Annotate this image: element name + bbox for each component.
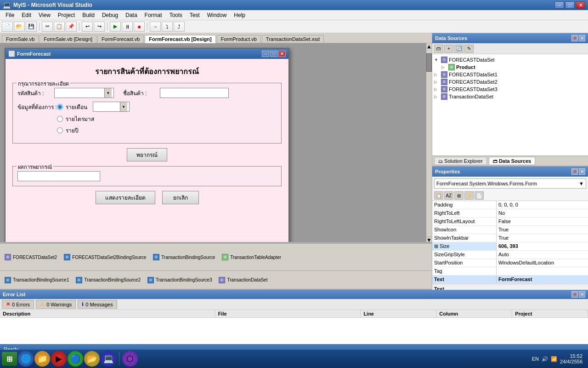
tb-copy[interactable]: 📋 bbox=[54, 22, 65, 32]
tb-stop[interactable]: ■ bbox=[134, 22, 145, 32]
tree-transactiondataset[interactable]: ▷ ⊞ TransactionDataSet bbox=[434, 93, 586, 100]
prop-value-size[interactable]: 606, 393 bbox=[497, 242, 588, 250]
error-close-btn[interactable]: ✕ bbox=[579, 291, 585, 298]
data-combo-arrow[interactable]: ▼ bbox=[120, 102, 127, 111]
ds-btn3[interactable]: 🔄 bbox=[454, 45, 464, 53]
tb-run[interactable]: ▶ bbox=[110, 22, 121, 32]
tab-dataset[interactable]: TransactionDataSet.xsd bbox=[262, 35, 324, 43]
tb-debug2[interactable]: ⤵ bbox=[162, 22, 173, 32]
vb-close-btn[interactable]: ✕ bbox=[278, 51, 286, 57]
menu-format[interactable]: Format bbox=[141, 11, 166, 19]
prop-value-sizegripstyle[interactable]: Auto bbox=[497, 251, 588, 259]
menu-edit[interactable]: Edit bbox=[18, 11, 35, 19]
tray-forecastdataset2binding[interactable]: ⊞ FORECASTDataSet2BindingSource bbox=[64, 254, 146, 260]
prop-grid-btn[interactable]: ⊞ bbox=[454, 191, 464, 200]
prop-value-righttoleftlayout[interactable]: False bbox=[497, 218, 588, 225]
vb-maximize-btn[interactable]: □ bbox=[270, 51, 277, 57]
tray-transactionbinding[interactable]: ⊞ TransactionBindingSource bbox=[153, 254, 215, 260]
result-textbox[interactable] bbox=[17, 171, 100, 181]
prop-cat-btn[interactable]: 📋 bbox=[434, 191, 443, 200]
panel-close-btn[interactable]: ✕ bbox=[579, 35, 585, 41]
taskbar-app[interactable]: 💻 bbox=[101, 351, 116, 367]
close-btn[interactable]: ✕ bbox=[576, 1, 585, 9]
tab-errors[interactable]: ✕ 0 Errors bbox=[2, 300, 34, 309]
radio-yearly[interactable] bbox=[57, 127, 63, 133]
taskbar-explorer[interactable]: 📁 bbox=[34, 351, 50, 367]
menu-project[interactable]: Project bbox=[54, 11, 79, 19]
tb-debug3[interactable]: ⤴ bbox=[174, 22, 185, 32]
ds-btn4[interactable]: ✎ bbox=[464, 45, 474, 53]
scroll-thumb[interactable] bbox=[426, 53, 432, 72]
tb-save[interactable]: 💾 bbox=[26, 22, 37, 32]
menu-window[interactable]: Window bbox=[204, 11, 231, 19]
radio-quarterly[interactable] bbox=[57, 116, 63, 122]
tray-transactiondataset[interactable]: ⊞ TransactionDataSet bbox=[219, 277, 267, 283]
maximize-btn[interactable]: □ bbox=[565, 1, 575, 9]
radio-monthly[interactable] bbox=[57, 104, 63, 110]
vb-minimize-btn[interactable]: ─ bbox=[262, 51, 269, 57]
vb-form-window[interactable]: ⬜ FormForecast ─ □ ✕ รายการสินค้าที่ต้อง… bbox=[5, 48, 289, 242]
tree-forecastdataset3[interactable]: ▷ ⊞ FORECASTDataSet3 bbox=[434, 86, 586, 93]
prop-value-showicon[interactable]: True bbox=[497, 226, 588, 234]
menu-help[interactable]: Help bbox=[230, 11, 249, 19]
menu-data[interactable]: Data bbox=[122, 11, 141, 19]
prop-value-padding[interactable]: 0, 0, 0, 0 bbox=[497, 201, 588, 209]
forecast-button[interactable]: พยากรณ์ bbox=[127, 148, 167, 161]
tab-messages[interactable]: ℹ 0 Messages bbox=[78, 300, 117, 309]
tab-formproduct[interactable]: FormProduct.vb bbox=[217, 35, 261, 43]
menu-tools[interactable]: Tools bbox=[166, 11, 186, 19]
scroll-up[interactable]: ▲ bbox=[426, 43, 432, 49]
tb-redo[interactable]: ↪ bbox=[94, 22, 105, 32]
prop-az-btn[interactable]: AZ bbox=[444, 191, 453, 200]
taskbar-vs[interactable]: ⬡ bbox=[122, 351, 138, 367]
tab-formforecast[interactable]: FormForecast.vb bbox=[97, 35, 144, 43]
tb-debug1[interactable]: → bbox=[150, 22, 161, 32]
tab-formsale[interactable]: FormSale.vb bbox=[2, 35, 39, 43]
tab-solution-explorer[interactable]: 🗂 Solution Explorer bbox=[434, 157, 487, 165]
tb-pause[interactable]: ⏸ bbox=[122, 22, 133, 32]
tree-forecastdataset[interactable]: ▼ ⊟ FORECASTDataSet bbox=[434, 56, 586, 63]
tb-cut[interactable]: ✂ bbox=[42, 22, 53, 32]
designer-vscroll[interactable]: ▲ ▼ bbox=[426, 43, 432, 242]
ds-btn1[interactable]: 🗃 bbox=[434, 45, 443, 53]
tab-data-sources[interactable]: 🗃 Data Sources bbox=[489, 157, 535, 165]
product-code-arrow[interactable]: ▼ bbox=[104, 88, 112, 98]
tree-forecastdataset1[interactable]: ▷ ⊞ FORECASTDataSet1 bbox=[434, 71, 586, 78]
product-name-input[interactable] bbox=[160, 88, 229, 98]
ds-btn2[interactable]: + bbox=[444, 45, 453, 53]
data-combo[interactable]: ▼ bbox=[93, 102, 130, 112]
tb-undo[interactable]: ↩ bbox=[82, 22, 93, 32]
tray-transactionbinding2[interactable]: ⊞ TransactionBindingSource2 bbox=[76, 277, 140, 283]
tab-formforecast-design[interactable]: FormForecast.vb [Design] bbox=[145, 35, 215, 43]
props-close-btn[interactable]: ✕ bbox=[579, 168, 585, 175]
menu-build[interactable]: Build bbox=[79, 11, 98, 19]
start-button[interactable]: ⊞ bbox=[2, 352, 17, 366]
prop-page-btn[interactable]: 📄 bbox=[475, 191, 484, 200]
prop-value-righttoleft[interactable]: No bbox=[497, 209, 588, 217]
taskbar-folder[interactable]: 📂 bbox=[84, 351, 100, 367]
tray-transactionbinding3[interactable]: ⊞ TransactionBindingSource3 bbox=[147, 277, 212, 283]
error-pin-btn[interactable]: 📌 bbox=[571, 291, 578, 298]
tb-new[interactable]: 📄 bbox=[2, 22, 13, 32]
menu-file[interactable]: File bbox=[2, 11, 18, 19]
taskbar-chrome[interactable]: 🔵 bbox=[68, 351, 83, 367]
property-object-selector[interactable]: FormForecast System.Windows.Forms.Form ▼ bbox=[434, 178, 586, 189]
tree-forecastdataset2[interactable]: ▷ ⊞ FORECASTDataSet2 bbox=[434, 78, 586, 86]
taskbar-ie[interactable]: 🌐 bbox=[18, 351, 34, 367]
menu-debug[interactable]: Debug bbox=[98, 11, 122, 19]
prop-value-text[interactable]: FormForecast bbox=[497, 276, 588, 283]
taskbar-media[interactable]: ▶ bbox=[51, 351, 67, 367]
tray-forecastdataset2[interactable]: ⊞ FORECASTDataSet2 bbox=[5, 254, 57, 260]
tb-open[interactable]: 📂 bbox=[14, 22, 25, 32]
minimize-btn[interactable]: ─ bbox=[554, 1, 564, 9]
prop-value-startposition[interactable]: WindowsDefaultLocation bbox=[497, 259, 588, 267]
tray-transactionbinding1[interactable]: ⊞ TransactionBindingSource1 bbox=[5, 277, 69, 283]
menu-test[interactable]: Test bbox=[186, 11, 204, 19]
prop-value-showintaskbar[interactable]: True bbox=[497, 234, 588, 242]
show-detail-button[interactable]: แสดงรายละเอียด bbox=[96, 191, 155, 204]
tab-formsale-design[interactable]: FormSale.vb [Design] bbox=[40, 35, 96, 43]
tab-warnings[interactable]: ⚠ 0 Warnings bbox=[36, 300, 76, 309]
scroll-down[interactable]: ▼ bbox=[426, 236, 432, 242]
tree-product[interactable]: ▷ ⊞ Product bbox=[434, 63, 586, 71]
prop-event-btn[interactable]: ⚡ bbox=[464, 191, 474, 200]
